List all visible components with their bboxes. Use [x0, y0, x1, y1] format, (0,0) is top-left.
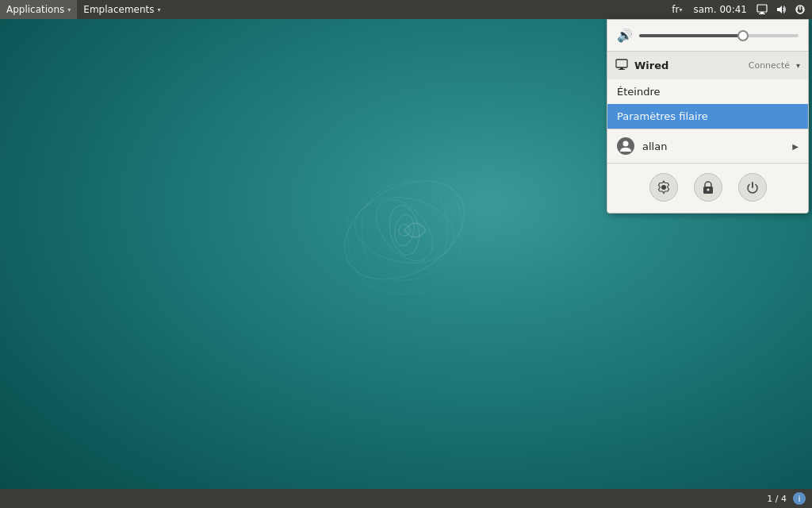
eteindre-label: Éteindre: [617, 86, 660, 98]
wired-chevron-icon: ▾: [796, 61, 800, 70]
places-menu[interactable]: Emplacements ▾: [77, 0, 167, 19]
panel-right: fr ▾ sam. 00:41: [667, 0, 812, 19]
clock[interactable]: sam. 00:41: [688, 0, 752, 19]
applications-label: Applications: [6, 4, 64, 15]
svg-rect-11: [616, 60, 627, 67]
volume-slider-thumb[interactable]: [737, 30, 749, 41]
volume-icon: 🔊: [617, 28, 633, 43]
top-panel: Applications ▾ Emplacements ▾ fr ▾ sam. …: [0, 0, 812, 19]
language-label: fr: [672, 4, 679, 15]
svg-point-14: [623, 141, 629, 147]
user-name: allan: [642, 140, 784, 152]
action-buttons: [607, 164, 808, 213]
svg-rect-1: [760, 12, 764, 13]
wired-status: Connecté: [749, 60, 790, 71]
svg-rect-12: [620, 67, 623, 69]
svg-point-16: [707, 189, 709, 191]
svg-rect-13: [619, 69, 625, 70]
language-indicator[interactable]: fr ▾: [667, 0, 687, 19]
lock-button[interactable]: [694, 173, 722, 202]
user-avatar: [617, 137, 634, 155]
volume-slider[interactable]: [639, 34, 799, 37]
time-label: sam. 00:41: [693, 4, 747, 15]
svg-marker-3: [777, 6, 782, 13]
volume-button[interactable]: [772, 1, 790, 18]
places-arrow: ▾: [158, 6, 161, 13]
lang-arrow: ▾: [679, 6, 682, 13]
volume-slider-fill: [639, 34, 743, 37]
wired-row[interactable]: Wired Connecté ▾: [607, 52, 808, 79]
info-icon[interactable]: i: [793, 492, 806, 505]
params-label: Paramètres filaire: [617, 110, 708, 122]
settings-button[interactable]: [649, 173, 678, 202]
network-icon: [615, 58, 628, 73]
applications-menu[interactable]: Applications ▾: [0, 0, 77, 19]
svg-point-10: [399, 225, 410, 236]
power-menu-button[interactable]: [791, 1, 809, 18]
wired-label: Wired: [634, 60, 742, 71]
applications-arrow: ▾: [67, 6, 71, 13]
svg-rect-2: [759, 13, 765, 14]
poweroff-button[interactable]: [738, 173, 767, 202]
workspace-indicator: 1 / 4: [767, 494, 787, 504]
panel-left: Applications ▾ Emplacements ▾: [0, 0, 167, 19]
eteindre-row[interactable]: Éteindre: [607, 79, 808, 104]
volume-row: 🔊: [607, 20, 808, 51]
debian-swirl: [333, 159, 476, 302]
user-chevron-icon: ▶: [792, 142, 799, 151]
params-filaire-row[interactable]: Paramètres filaire: [607, 104, 808, 129]
places-label: Emplacements: [83, 4, 154, 15]
info-glyph: i: [798, 494, 800, 504]
svg-rect-0: [757, 5, 767, 12]
desktop: Applications ▾ Emplacements ▾ fr ▾ sam. …: [0, 0, 812, 508]
system-popup: 🔊 Wired Connecté ▾ Éteindre: [607, 19, 809, 214]
bottom-bar: 1 / 4 i: [0, 489, 812, 508]
display-button[interactable]: [753, 1, 771, 18]
user-row[interactable]: allan ▶: [607, 129, 808, 163]
